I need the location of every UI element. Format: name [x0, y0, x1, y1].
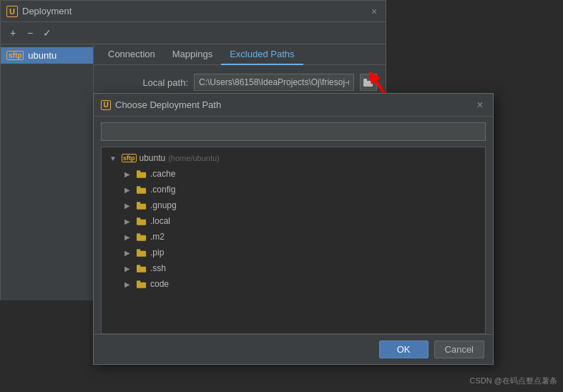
svg-rect-16 — [137, 251, 146, 257]
tree-label-config: .config — [150, 185, 175, 195]
sidebar-item-label: ubuntu — [28, 50, 57, 61]
tree-root-muted: (home/ubuntu) — [168, 154, 220, 162]
tree-label-gnupg: .gnupg — [150, 200, 177, 210]
tree-label-code: code — [150, 279, 169, 289]
folder-icon-local — [136, 215, 147, 227]
cancel-button[interactable]: Cancel — [434, 340, 484, 358]
tree-label-cache: .cache — [150, 169, 175, 179]
tab-connection[interactable]: Connection — [99, 44, 164, 65]
main-toolbar: + − ✓ — [1, 22, 386, 44]
main-close-button[interactable]: × — [368, 6, 380, 17]
svg-rect-9 — [137, 186, 140, 189]
local-path-label: Local path: — [102, 77, 188, 88]
svg-rect-11 — [137, 202, 140, 205]
folder-icon-pip — [136, 247, 147, 258]
sidebar-item-ubuntu[interactable]: sftp ubuntu — [1, 47, 93, 64]
sftp-tree-badge: sftp — [122, 154, 137, 162]
ok-button[interactable]: OK — [379, 340, 429, 358]
tree-label-ssh: .ssh — [150, 263, 166, 273]
tabs-bar: Connection Mappings Excluded Paths — [94, 44, 386, 65]
tree-label-local: .local — [150, 216, 170, 226]
svg-rect-8 — [137, 188, 146, 194]
svg-rect-10 — [137, 204, 146, 210]
folder-icon-ssh — [136, 263, 147, 274]
tree-item-root[interactable]: ▼ sftp ubuntu (home/ubuntu) — [102, 150, 485, 166]
tree-label-pip: .pip — [150, 248, 164, 258]
tree-item-code[interactable]: ▶ code — [102, 276, 485, 292]
local-path-row: Local path: — [102, 74, 377, 91]
choose-search-input[interactable] — [101, 122, 486, 141]
tree-item-m2[interactable]: ▶ .m2 — [102, 229, 485, 245]
tree-item-ssh[interactable]: ▶ .ssh — [102, 260, 485, 276]
watermark: CSDN @在码点整点薯条 — [470, 376, 557, 386]
tab-excluded-paths[interactable]: Excluded Paths — [221, 44, 303, 65]
choose-close-button[interactable]: × — [474, 99, 486, 111]
add-button[interactable]: + — [5, 25, 21, 41]
folder-icon-m2 — [136, 231, 147, 242]
svg-rect-17 — [137, 249, 140, 252]
sftp-badge: sftp — [6, 51, 24, 60]
sidebar: sftp ubuntu — [1, 44, 94, 300]
svg-rect-1 — [363, 79, 367, 82]
svg-rect-6 — [137, 172, 146, 178]
tab-mappings[interactable]: Mappings — [164, 44, 221, 65]
choose-tree: ▼ sftp ubuntu (home/ubuntu) ▶ .cache ▶ .… — [101, 147, 486, 334]
svg-rect-18 — [137, 267, 146, 273]
tree-item-pip[interactable]: ▶ .pip — [102, 245, 485, 260]
svg-rect-21 — [137, 280, 140, 283]
folder-icon-cache — [136, 168, 147, 180]
svg-rect-19 — [137, 265, 140, 268]
tree-item-local[interactable]: ▶ .local — [102, 213, 485, 229]
remove-button[interactable]: − — [22, 25, 38, 41]
tree-toggle-root[interactable]: ▼ — [107, 152, 119, 164]
tree-label-m2: .m2 — [150, 232, 165, 242]
svg-rect-14 — [137, 235, 146, 241]
tree-item-cache[interactable]: ▶ .cache — [102, 166, 485, 182]
choose-dialog-footer: OK Cancel — [94, 334, 493, 364]
svg-rect-15 — [137, 233, 140, 236]
svg-rect-7 — [137, 170, 140, 173]
tree-toggle-code[interactable]: ▶ — [122, 278, 133, 290]
tree-toggle-local[interactable]: ▶ — [122, 215, 133, 227]
choose-title-icon: U — [101, 100, 111, 110]
tree-toggle-m2[interactable]: ▶ — [122, 231, 133, 242]
local-path-input[interactable] — [194, 74, 354, 91]
deployment-title-icon: U — [6, 6, 18, 17]
tree-item-gnupg[interactable]: ▶ .gnupg — [102, 197, 485, 213]
svg-rect-12 — [137, 220, 146, 225]
choose-dialog-title: Choose Deployment Path — [115, 99, 474, 110]
folder-icon-code — [136, 278, 147, 290]
main-dialog-title: Deployment — [22, 6, 368, 16]
svg-rect-20 — [137, 283, 146, 288]
svg-rect-0 — [363, 81, 373, 87]
choose-dialog-titlebar: U Choose Deployment Path × — [94, 94, 493, 117]
tree-toggle-gnupg[interactable]: ▶ — [122, 200, 133, 211]
tree-item-config[interactable]: ▶ .config — [102, 182, 485, 197]
choose-dialog: U Choose Deployment Path × ▼ sftp ubuntu… — [93, 93, 494, 365]
tree-toggle-ssh[interactable]: ▶ — [122, 263, 133, 274]
main-dialog-titlebar: U Deployment × — [1, 1, 386, 22]
confirm-button[interactable]: ✓ — [39, 25, 55, 41]
local-path-browse-button[interactable] — [360, 74, 377, 91]
folder-icon-config — [136, 184, 147, 195]
tree-toggle-pip[interactable]: ▶ — [122, 247, 133, 258]
tree-toggle-cache[interactable]: ▶ — [122, 168, 133, 180]
folder-icon-gnupg — [136, 200, 147, 211]
svg-rect-13 — [137, 217, 140, 220]
tree-root-label: ubuntu — [139, 153, 166, 163]
tree-toggle-config[interactable]: ▶ — [122, 184, 133, 195]
